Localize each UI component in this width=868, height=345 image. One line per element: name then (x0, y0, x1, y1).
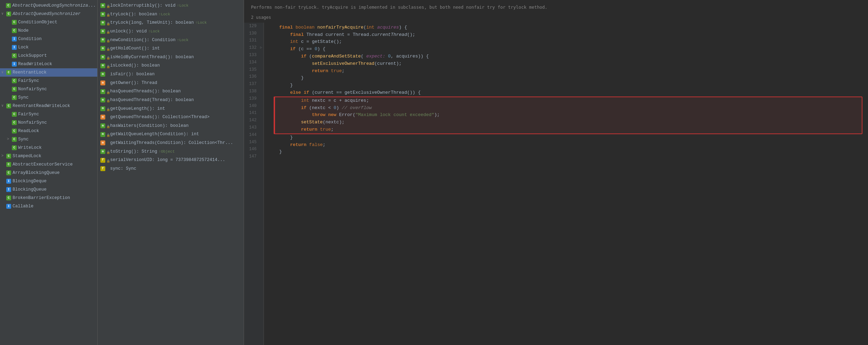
member-item-13[interactable]: m getQueuedThreads(): Collection<Thread> (98, 113, 244, 122)
member-item-10[interactable]: m🔒hasQueuedThreads(): boolean (98, 87, 244, 96)
line-number: 145 (244, 139, 259, 146)
member-item-6[interactable]: m🔒isHeldByCurrentThread(): boolean (98, 53, 244, 62)
expand-icon[interactable]: ∨ (1, 70, 6, 75)
code-token: 0 (334, 105, 336, 112)
tree-item-callable[interactable]: ICallable (0, 202, 97, 210)
code-token: (nextc < (309, 105, 334, 112)
tree-item-lock[interactable]: ILock (0, 43, 97, 52)
tree-item-abstractqueuedsynchronizer[interactable]: ∨CAbstractQueuedSynchronizer (0, 10, 97, 18)
member-item-4[interactable]: m🔒newCondition(): Condition↑Lock (98, 36, 244, 45)
member-item-0[interactable]: m🔒lockInterruptibly(): void↑Lock (98, 1, 244, 10)
tree-item-stampedlock[interactable]: >CStampedLock (0, 152, 97, 160)
code-token: , acquires)) { (391, 53, 429, 60)
code-token: if (301, 105, 309, 112)
tree-item-arrayblockingqueue[interactable]: CArrayBlockingQueue (0, 169, 97, 177)
gutter-row-142: 142 (244, 117, 264, 124)
code-lines-container: final boolean nonfairTryAcquire(int acqu… (268, 23, 868, 164)
member-item-17[interactable]: m🔒toString(): String↑Object (98, 147, 244, 156)
member-item-3[interactable]: m🔒unlock(): void↑Lock (98, 27, 244, 36)
member-item-2[interactable]: m🔒tryLock(long, TimeUnit): boolean↑Lock (98, 18, 244, 27)
expand-icon[interactable]: > (7, 137, 11, 142)
member-item-18[interactable]: f🔒serialVersionUID: long = 7373984872572… (98, 156, 244, 164)
member-item-5[interactable]: m🔒getHoldCount(): int (98, 44, 244, 53)
class-type-icon: C (12, 20, 17, 25)
lock-badge: 🔒 (106, 22, 109, 24)
code-token: compareAndSetState (312, 53, 361, 60)
code-line-content: int nextc = c + acquires; (275, 97, 373, 105)
tree-item-readwritelock[interactable]: IReadWriteLock (0, 60, 97, 68)
tree-item-readlock[interactable]: CReadLock (0, 127, 97, 135)
code-line-content: int c = getState(); (275, 38, 346, 46)
code-token (279, 105, 301, 112)
code-editor[interactable]: final boolean nonfairTryAcquire(int acqu… (264, 23, 868, 345)
tree-item-condition[interactable]: ICondition (0, 35, 97, 43)
member-label: getWaitQueueLength(Condition): int (110, 131, 199, 138)
tree-item-rrl-fairsync[interactable]: CFairSync (0, 110, 97, 118)
member-item-12[interactable]: m🔒getQueueLength(): int (98, 105, 244, 113)
tree-item-writelock[interactable]: CWriteLock (0, 144, 97, 152)
doc-comment: Performs non-fair tryLock. tryAcquire is… (244, 0, 868, 13)
lock-badge: 🔒 (106, 30, 109, 33)
tree-item-node[interactable]: CNode (0, 26, 97, 35)
member-item-19[interactable]: f sync: Sync (98, 164, 244, 173)
fold-marker[interactable]: ▷ (259, 44, 264, 52)
class-type-icon: I (12, 45, 17, 50)
code-token: (c == (298, 46, 315, 53)
tree-item-blockingqueue[interactable]: IBlockingQueue (0, 185, 97, 194)
code-token: Thread (306, 31, 326, 39)
code-line-content: else if (current == getExclusiveOwnerThr… (275, 89, 425, 97)
code-line-129: final boolean nonfairTryAcquire(int acqu… (275, 24, 861, 31)
member-item-8[interactable]: m isFair(): boolean (98, 70, 244, 79)
method-icon: m (100, 123, 105, 128)
tree-item-rrl-nonfairsync[interactable]: CNonfairSync (0, 118, 97, 127)
gutter-row-141: 141 (244, 109, 264, 117)
tree-item-conditionobject[interactable]: CConditionObject (0, 18, 97, 26)
member-label: getQueueLength(): int (110, 105, 165, 113)
line-number: 134 (244, 59, 259, 66)
tree-item-nonfairsync[interactable]: CNonfairSync (0, 85, 97, 93)
tree-item-sync[interactable]: CSync (0, 93, 97, 102)
tree-item-reentrantreadwritelock[interactable]: ∨CReentrantReadWriteLock (0, 102, 97, 110)
member-label: getWaitingThreads(Condition): Collection… (110, 139, 233, 147)
gutter-row-146: 146 (244, 146, 264, 153)
lock-badge: 🔒 (106, 159, 109, 162)
member-item-11[interactable]: m🔒hasQueuedThread(Thread): boolean (98, 96, 244, 105)
lock-badge: 🔒 (106, 4, 109, 7)
tree-item-brokenbarrierexception[interactable]: CBrokenBarrierException (0, 194, 97, 202)
tree-item-reentrantlock[interactable]: ∨CReentrantLock (0, 68, 97, 77)
member-item-1[interactable]: m🔒tryLock(): boolean↑Lock (98, 10, 244, 19)
member-item-9[interactable]: m getOwner(): Thread (98, 79, 244, 87)
highlight-region: int nextc = c + acquires; if (nextc < 0)… (274, 97, 862, 134)
expand-icon[interactable]: ∨ (1, 103, 6, 109)
gutter-row-137: 137 (244, 80, 264, 88)
member-label: lockInterruptibly(): void (110, 2, 176, 9)
code-line-content: } (275, 134, 297, 141)
tree-item-label: ConditionObject (18, 19, 58, 26)
tree-item-label: FairSync (18, 77, 39, 84)
class-type-icon: C (12, 87, 17, 92)
tree-item-label: StampedLock (13, 153, 41, 160)
code-token: } (279, 134, 293, 141)
tree-item-rrl-sync[interactable]: >CSync (0, 135, 97, 144)
code-token: current (326, 31, 347, 39)
tree-item-blockingdeque[interactable]: IBlockingDeque (0, 177, 97, 185)
expand-icon[interactable]: ∨ (1, 11, 6, 17)
code-token (279, 31, 290, 39)
member-item-16[interactable]: m getWaitingThreads(Condition): Collecti… (98, 139, 244, 147)
code-token: 0 (314, 46, 317, 53)
code-token: ); (434, 112, 440, 119)
tree-item-abstractexecutorservice[interactable]: CAbstractExecutorService (0, 160, 97, 169)
code-line-content: final Thread current = Thread.currentThr… (275, 31, 419, 39)
tree-item-abstractqueuedlongsynchronizer[interactable]: CAbstractQueuedLongSynchroniza... (0, 1, 97, 10)
line-number: 143 (244, 124, 259, 131)
expand-icon[interactable]: > (1, 153, 6, 159)
tree-item-fairsync[interactable]: CFairSync (0, 77, 97, 85)
member-item-15[interactable]: m🔒getWaitQueueLength(Condition): int (98, 130, 244, 139)
code-token: final (290, 31, 306, 39)
tree-item-locksupport[interactable]: CLockSupport (0, 52, 97, 60)
line-number: 139 (244, 95, 259, 102)
method-icon: m (100, 80, 105, 85)
tree-item-label: Condition (18, 36, 42, 43)
member-item-7[interactable]: m🔒isLocked(): boolean (98, 61, 244, 70)
member-item-14[interactable]: m🔒hasWaiters(Condition): boolean (98, 122, 244, 130)
